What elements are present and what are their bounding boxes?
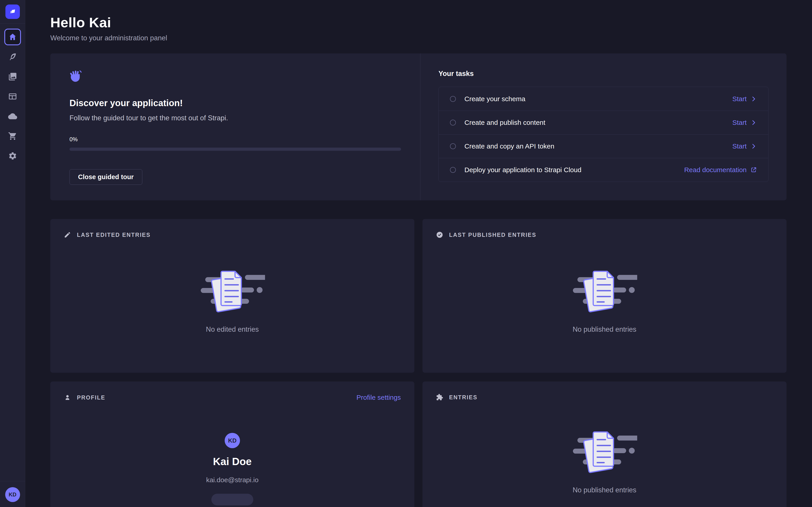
external-link-icon [750, 167, 757, 173]
widgets-row-1: LAST EDITED ENTRIES [50, 219, 786, 373]
task-row: Create your schema Start [439, 87, 768, 111]
task-status-circle [450, 167, 456, 173]
sidebar-item-home[interactable] [4, 29, 21, 45]
entries-icon [436, 394, 443, 401]
task-action-label: Start [732, 95, 747, 103]
widget-body: No published entries [436, 238, 773, 334]
page-subtitle: Welcome to your administration panel [50, 34, 787, 42]
task-status-circle [450, 120, 456, 125]
profile-widget: PROFILE Profile settings KD Kai Doe kai.… [50, 382, 414, 507]
task-label: Deploy your application to Strapi Cloud [464, 166, 581, 174]
widget-header: ENTRIES [436, 394, 773, 401]
feather-icon [8, 52, 17, 61]
sidebar: KD [0, 0, 25, 507]
guided-tour-subtitle: Follow the guided tour to get the most o… [69, 114, 401, 122]
empty-state-caption: No edited entries [206, 325, 259, 334]
widgets-row-2: PROFILE Profile settings KD Kai Doe kai.… [50, 382, 786, 507]
task-status-circle [450, 143, 456, 149]
home-icon [8, 33, 17, 42]
profile-role-badge [211, 494, 253, 505]
strapi-logo-icon [8, 7, 17, 16]
widget-title: PROFILE [77, 394, 105, 401]
strapi-logo[interactable] [5, 4, 20, 19]
check-circle-icon [436, 231, 443, 238]
empty-documents-illustration [572, 268, 637, 316]
task-action-label: Start [732, 143, 747, 150]
page-title: Hello Kai [50, 14, 787, 31]
widget-title: LAST EDITED ENTRIES [77, 232, 151, 238]
logo-section [0, 0, 25, 24]
gear-icon [8, 152, 17, 160]
pencil-icon [64, 231, 71, 238]
task-list: Create your schema Start Create and publ… [439, 87, 768, 182]
task-label: Create and copy an API token [464, 143, 554, 150]
widget-body: No edited entries [64, 238, 401, 334]
sidebar-item-settings[interactable] [4, 148, 21, 164]
layout-builder-icon [8, 92, 17, 101]
user-avatar[interactable]: KD [5, 487, 20, 502]
last-edited-entries-widget: LAST EDITED ENTRIES [50, 219, 414, 373]
widget-title: ENTRIES [449, 394, 477, 401]
sidebar-nav [4, 24, 21, 164]
chevron-right-icon [750, 119, 757, 126]
strapi-admin-dashboard: KD Hello Kai Welcome to your administrat… [0, 0, 812, 507]
waving-hand-icon [69, 70, 401, 86]
empty-documents-illustration [572, 429, 637, 476]
chevron-right-icon [750, 143, 757, 150]
profile-email: kai.doe@strapi.io [206, 476, 258, 484]
sidebar-item-marketplace[interactable] [4, 128, 21, 145]
task-status-circle [450, 96, 456, 102]
task-row: Create and copy an API token Start [439, 134, 768, 158]
widget-header: LAST EDITED ENTRIES [64, 231, 401, 238]
empty-state-caption: No published entries [573, 486, 637, 494]
cart-icon [8, 131, 17, 140]
task-start-link[interactable]: Start [732, 95, 757, 103]
progress-label: 0% [69, 136, 401, 143]
profile-settings-link[interactable]: Profile settings [356, 394, 401, 401]
sidebar-item-strapi-cloud[interactable] [4, 108, 21, 125]
task-action-label: Read documentation [684, 166, 747, 174]
profile-name: Kai Doe [213, 455, 252, 467]
guided-tour-card: Discover your application! Follow the gu… [50, 53, 786, 200]
empty-state-caption: No published entries [573, 325, 637, 334]
close-guided-tour-button[interactable]: Close guided tour [69, 169, 142, 185]
guided-tour-title: Discover your application! [69, 98, 401, 108]
widget-title: LAST PUBLISHED ENTRIES [449, 232, 537, 238]
profile-avatar: KD [225, 433, 240, 448]
last-published-entries-widget: LAST PUBLISHED ENTRIES [422, 219, 786, 373]
tasks-section: Your tasks Create your schema Start Crea… [420, 53, 786, 200]
task-label: Create your schema [464, 95, 525, 103]
sidebar-item-content-manager[interactable] [4, 48, 21, 65]
task-action-label: Start [732, 119, 747, 126]
task-start-link[interactable]: Start [732, 143, 757, 150]
widget-header: LAST PUBLISHED ENTRIES [436, 231, 773, 238]
task-start-link[interactable]: Start [732, 119, 757, 126]
progress-bar [69, 148, 401, 151]
main-content: Hello Kai Welcome to your administration… [25, 0, 812, 507]
sidebar-item-content-type-builder[interactable] [4, 88, 21, 105]
sidebar-footer: KD [0, 481, 25, 507]
empty-documents-illustration [200, 268, 265, 316]
cloud-icon [8, 112, 17, 121]
guided-tour-section: Discover your application! Follow the gu… [50, 53, 420, 200]
chevron-right-icon [750, 96, 757, 102]
person-icon [64, 394, 71, 401]
read-documentation-link[interactable]: Read documentation [684, 166, 757, 174]
widget-header: PROFILE Profile settings [64, 394, 401, 401]
task-row: Create and publish content Start [439, 111, 768, 134]
task-row: Deploy your application to Strapi Cloud … [439, 158, 768, 182]
widget-body: No published entries [436, 401, 773, 494]
entries-widget: ENTRIES [422, 382, 786, 507]
tasks-title: Your tasks [439, 70, 768, 78]
widget-body: KD Kai Doe kai.doe@strapi.io [64, 401, 401, 505]
media-library-icon [8, 72, 17, 81]
task-label: Create and publish content [464, 119, 545, 126]
sidebar-item-media-library[interactable] [4, 68, 21, 85]
